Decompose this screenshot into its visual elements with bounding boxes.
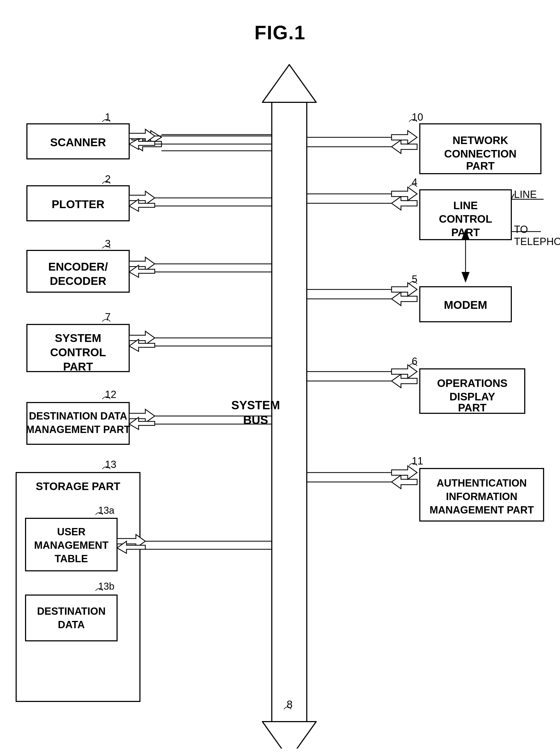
svg-marker-113 (392, 466, 417, 479)
svg-text:NETWORK: NETWORK (453, 134, 508, 146)
svg-marker-48 (129, 257, 155, 271)
auth-connector (307, 466, 417, 489)
svg-text:ENCODER/: ENCODER/ (48, 260, 108, 273)
svg-text:13b: 13b (98, 581, 114, 592)
svg-text:STORAGE PART: STORAGE PART (36, 480, 120, 492)
svg-marker-90 (461, 272, 469, 283)
svg-text:PART: PART (458, 402, 486, 413)
svg-rect-37 (25, 595, 117, 641)
svg-text:PART: PART (466, 160, 495, 172)
svg-text:DESTINATION: DESTINATION (37, 605, 106, 617)
svg-marker-84 (392, 197, 417, 210)
svg-text:CONNECTION: CONNECTION (444, 148, 517, 160)
svg-text:10: 10 (412, 112, 423, 123)
svg-marker-52 (129, 331, 155, 345)
svg-text:8: 8 (286, 698, 293, 710)
svg-text:DECODER: DECODER (50, 275, 106, 287)
line-control-connector (307, 187, 417, 210)
svg-text:13: 13 (105, 459, 116, 470)
svg-text:MANAGEMENT PART: MANAGEMENT PART (26, 424, 130, 435)
svg-text:PART: PART (63, 360, 93, 373)
svg-text:LINE: LINE (453, 199, 478, 211)
svg-marker-1 (262, 65, 316, 102)
modem-connector (307, 283, 417, 306)
svg-text:AUTHENTICATION: AUTHENTICATION (437, 478, 527, 489)
svg-text:12: 12 (105, 389, 116, 400)
svg-text:SCANNER: SCANNER (50, 136, 106, 149)
svg-marker-94 (392, 292, 417, 306)
svg-rect-0 (272, 102, 307, 722)
svg-marker-103 (392, 374, 417, 388)
svg-text:TELEPHONE: TELEPHONE (514, 236, 560, 247)
ops-display-connector (307, 365, 417, 388)
svg-marker-44 (129, 191, 155, 205)
svg-marker-112 (392, 475, 417, 489)
network-connector (307, 131, 417, 154)
encoder-connector (129, 257, 272, 277)
page-title: FIG.1 (0, 0, 560, 44)
svg-text:PLOTTER: PLOTTER (52, 198, 104, 211)
svg-text:TABLE: TABLE (55, 553, 88, 564)
svg-rect-25 (27, 403, 129, 444)
svg-text:BUS: BUS (243, 413, 268, 426)
plotter-connector (129, 191, 272, 211)
svg-text:CONTROL: CONTROL (439, 213, 492, 225)
system-control-connector (129, 331, 272, 351)
svg-marker-56 (129, 409, 155, 423)
svg-text:INFORMATION: INFORMATION (446, 491, 517, 502)
diagram-area: SYSTEM BUS 1 SCANNER 2 PLOTTER 3 ENCODER… (0, 49, 560, 749)
svg-marker-69 (392, 140, 417, 154)
svg-text:MANAGEMENT: MANAGEMENT (34, 540, 109, 551)
svg-text:SYSTEM: SYSTEM (232, 399, 280, 412)
svg-text:MODEM: MODEM (444, 298, 487, 311)
svg-text:11: 11 (412, 455, 423, 467)
svg-marker-85 (392, 187, 417, 200)
svg-marker-70 (392, 131, 417, 144)
svg-text:DATA: DATA (58, 619, 85, 630)
svg-text:TO: TO (514, 224, 528, 235)
svg-text:OPERATIONS: OPERATIONS (437, 377, 507, 389)
svg-rect-29 (16, 472, 140, 701)
svg-marker-2 (262, 722, 316, 749)
svg-text:MANAGEMENT PART: MANAGEMENT PART (429, 504, 534, 516)
svg-text:SYSTEM: SYSTEM (55, 332, 101, 344)
svg-text:LINE: LINE (514, 189, 537, 200)
svg-text:13a: 13a (98, 505, 115, 516)
svg-text:CONTROL: CONTROL (50, 346, 106, 359)
svg-text:DISPLAY: DISPLAY (449, 391, 495, 403)
svg-text:DESTINATION DATA: DESTINATION DATA (29, 410, 127, 422)
svg-text:USER: USER (57, 526, 85, 538)
